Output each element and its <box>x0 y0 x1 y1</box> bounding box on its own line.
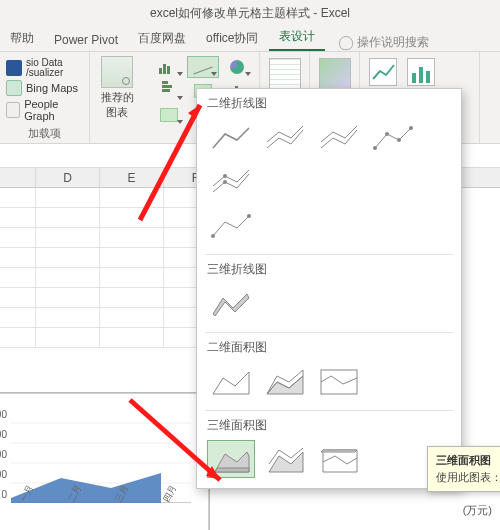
sparkline-column-icon <box>407 58 435 86</box>
svg-marker-17 <box>213 294 249 316</box>
dd-title-3d-area: 三维面积图 <box>207 417 451 434</box>
svg-marker-18 <box>213 372 249 394</box>
tooltip-title: 三维面积图 <box>436 453 500 468</box>
chart-x-axis: 一月 二月 三月 四月 <box>11 505 201 527</box>
y-tick: 2000 <box>0 409 7 420</box>
document-title: excel如何修改单元格主题样式 - Excel <box>150 5 350 22</box>
svg-point-16 <box>247 214 251 218</box>
tell-me-label: 操作说明搜索 <box>357 34 429 51</box>
svg-point-12 <box>409 126 413 130</box>
group-addins-label: 加载项 <box>6 124 83 141</box>
y-tick: 1000 <box>0 449 7 460</box>
option-stacked-line-markers[interactable] <box>207 162 255 200</box>
option-3d-stacked-area[interactable] <box>261 440 309 478</box>
svg-point-9 <box>373 146 377 150</box>
chart-btn-pie[interactable] <box>221 56 253 78</box>
ribbon-tabs: 帮助 Power Pivot 百度网盘 office协同 表设计 操作说明搜索 <box>0 26 500 52</box>
addin-visio[interactable]: sio Data /sualizer <box>6 58 83 78</box>
option-line-markers[interactable] <box>369 118 417 156</box>
sparkline-line-icon <box>369 58 397 86</box>
visio-icon <box>6 60 22 76</box>
dd-title-2d-area: 二维面积图 <box>207 339 451 356</box>
chart-btn-column[interactable] <box>153 56 185 78</box>
svg-point-14 <box>223 174 227 178</box>
bing-icon <box>6 80 22 96</box>
addin-bing[interactable]: Bing Maps <box>6 80 83 96</box>
addin-people-label: People Graph <box>24 98 83 122</box>
y-tick: 0 <box>1 489 7 500</box>
dd-title-3d-line: 三维折线图 <box>207 261 451 278</box>
tab-design[interactable]: 表设计 <box>269 24 325 51</box>
svg-rect-21 <box>321 370 357 394</box>
dd-section-2d-line: 二维折线图 <box>197 89 461 254</box>
chart-btn-bar[interactable] <box>153 80 185 102</box>
option-line[interactable] <box>207 118 255 156</box>
dd-section-3d-line: 三维折线图 <box>197 255 461 332</box>
option-3d-100-stacked-area[interactable] <box>315 440 363 478</box>
title-bar: excel如何修改单元格主题样式 - Excel <box>0 0 500 26</box>
svg-rect-2 <box>426 71 430 83</box>
col-header[interactable]: E <box>100 168 164 187</box>
unit-label: (万元) <box>463 503 492 518</box>
recommended-charts-icon <box>101 56 133 88</box>
svg-point-10 <box>385 132 389 136</box>
lightbulb-icon <box>339 36 353 50</box>
option-stacked-area[interactable] <box>261 362 309 400</box>
3dmap-icon[interactable] <box>319 58 351 90</box>
people-icon <box>6 102 20 118</box>
recommended-charts-button[interactable]: 推荐的 图表 <box>96 56 138 120</box>
group-addins: sio Data /sualizer Bing Maps People Grap… <box>0 52 90 143</box>
chart-y-axis: 0 500 1000 1500 2000 <box>0 393 9 530</box>
dd-section-3d-area: 三维面积图 <box>197 411 461 488</box>
y-tick: 500 <box>0 469 7 480</box>
option-3d-area[interactable] <box>207 440 255 478</box>
tell-me-search[interactable]: 操作说明搜索 <box>339 34 429 51</box>
addin-people[interactable]: People Graph <box>6 98 83 122</box>
tab-office[interactable]: office协同 <box>196 26 268 51</box>
svg-point-13 <box>223 180 227 184</box>
svg-point-15 <box>211 234 215 238</box>
line-chart-dropdown: 二维折线图 三维折线图 二维面积图 三维面积图 <box>196 88 462 489</box>
option-area[interactable] <box>207 362 255 400</box>
option-3d-line[interactable] <box>207 284 255 322</box>
pivotchart-icon[interactable] <box>269 58 301 90</box>
y-tick: 1500 <box>0 429 7 440</box>
dd-section-2d-area: 二维面积图 <box>197 333 461 410</box>
recommended-charts-label: 推荐的 图表 <box>96 90 138 120</box>
svg-marker-23 <box>215 468 249 472</box>
addin-visio-label: sio Data /sualizer <box>26 58 63 78</box>
option-100-stacked-area[interactable] <box>315 362 363 400</box>
tab-powerpivot[interactable]: Power Pivot <box>44 29 128 51</box>
tooltip-body: 使用此图表： <box>436 471 500 483</box>
option-100-stacked-line[interactable] <box>315 118 363 156</box>
chart-btn-line[interactable] <box>187 56 219 78</box>
dd-title-2d-line: 二维折线图 <box>207 95 451 112</box>
option-stacked-line[interactable] <box>261 118 309 156</box>
chart-btn-maps[interactable] <box>153 104 185 126</box>
chart-option-tooltip: 三维面积图 使用此图表： <box>427 446 500 492</box>
option-100-stacked-line-markers[interactable] <box>207 206 255 244</box>
addin-bing-label: Bing Maps <box>26 82 78 94</box>
svg-point-11 <box>397 138 401 142</box>
svg-rect-1 <box>419 67 423 83</box>
tab-baidu[interactable]: 百度网盘 <box>128 26 196 51</box>
tab-help[interactable]: 帮助 <box>0 26 44 51</box>
embedded-area-chart[interactable]: 0 500 1000 1500 2000 一月 二月 三月 四月 <box>0 392 210 530</box>
col-header[interactable]: D <box>36 168 100 187</box>
svg-marker-26 <box>321 450 357 452</box>
svg-rect-0 <box>412 73 416 83</box>
